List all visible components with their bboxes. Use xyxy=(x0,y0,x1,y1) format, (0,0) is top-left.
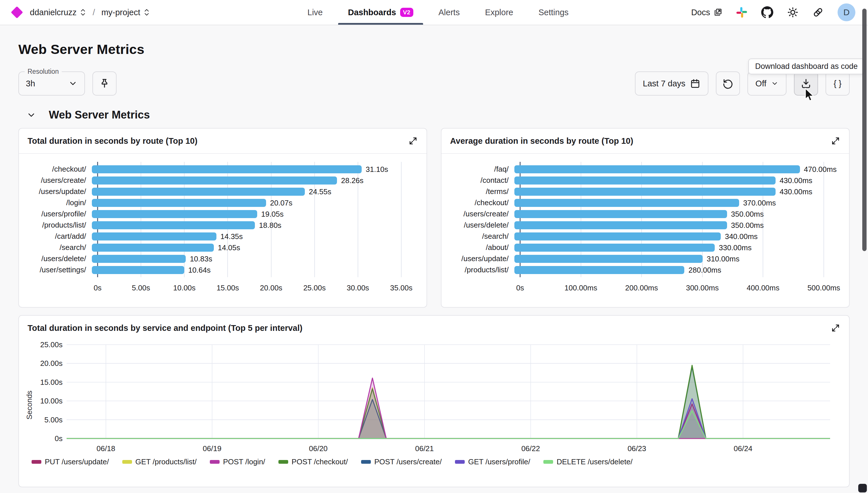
bar[interactable] xyxy=(514,165,800,173)
y-axis-label: Seconds xyxy=(23,343,36,454)
bar-category-label: /products/list/ xyxy=(26,221,92,230)
bar[interactable] xyxy=(514,244,715,252)
bar[interactable] xyxy=(92,210,257,218)
tab-alerts[interactable]: Alerts xyxy=(437,0,462,25)
pin-icon xyxy=(99,78,110,89)
bar-row: /users/create/350.00ms xyxy=(448,208,842,219)
docs-link[interactable]: Docs xyxy=(691,8,722,17)
bar-track: 19.05s xyxy=(92,210,396,218)
refresh-button[interactable] xyxy=(716,71,740,95)
bar-value-label: 19.05s xyxy=(261,210,283,218)
bar-value-label: 14.35s xyxy=(220,232,243,241)
bar-row: /login/20.07s xyxy=(26,197,420,208)
bar-category-label: /users/update/ xyxy=(448,254,514,263)
legend-item[interactable]: GET /users/profile/ xyxy=(455,457,530,466)
legend-item[interactable]: GET /products/list/ xyxy=(122,457,197,466)
legend-item[interactable]: POST /users/create/ xyxy=(361,457,442,466)
bar-category-label: /users/create/ xyxy=(26,176,92,185)
bar-category-label: /users/delete/ xyxy=(448,221,514,230)
bar[interactable] xyxy=(514,232,721,240)
bar-row: /users/update/310.00ms xyxy=(448,253,842,264)
tab-settings[interactable]: Settings xyxy=(537,0,570,25)
area-plot[interactable]: 06/1806/1906/2006/2106/2206/2306/24 xyxy=(67,343,830,454)
x-tick-label: 0s xyxy=(93,283,101,293)
dashboard-json-button[interactable]: { } xyxy=(826,71,850,95)
bar[interactable] xyxy=(92,165,362,173)
y-tick-label: 5.00s xyxy=(44,415,63,424)
primary-tabs: Live Dashboards V2 Alerts Explore Settin… xyxy=(306,0,570,25)
bar-track: 370.00ms xyxy=(514,199,818,207)
bar[interactable] xyxy=(92,188,305,196)
bar-category-label: /search/ xyxy=(448,232,514,241)
bar[interactable] xyxy=(92,176,337,185)
legend-swatch-icon xyxy=(278,460,288,464)
legend-item[interactable]: POST /checkout/ xyxy=(278,457,348,466)
bar-row: /about/330.00ms xyxy=(448,242,842,253)
page-title: Web Server Metrics xyxy=(18,41,850,57)
legend-item[interactable]: PUT /users/update/ xyxy=(31,457,109,466)
pin-dashboard-button[interactable] xyxy=(92,71,117,95)
bar[interactable] xyxy=(514,266,684,274)
org-switcher[interactable]: ddanielcruzz xyxy=(30,8,86,17)
bar[interactable] xyxy=(514,210,727,218)
auto-refresh-select[interactable]: Off xyxy=(747,71,786,95)
bar[interactable] xyxy=(92,232,216,240)
bar[interactable] xyxy=(92,199,266,207)
x-tick-label: 25.00s xyxy=(303,283,326,293)
bar-category-label: /contact/ xyxy=(448,176,514,185)
legend-swatch-icon xyxy=(31,460,41,464)
legend-label: GET /users/profile/ xyxy=(468,457,530,466)
bar[interactable] xyxy=(514,221,727,229)
bar-row: /products/list/280.00ms xyxy=(448,264,842,276)
bar-row: /users/delete/350.00ms xyxy=(448,219,842,231)
tab-live[interactable]: Live xyxy=(306,0,324,25)
bar[interactable] xyxy=(514,188,776,196)
resolution-select[interactable]: Resolution 3h xyxy=(18,71,85,95)
chevron-updown-icon xyxy=(80,8,86,16)
bar-row: /users/update/24.55s xyxy=(26,186,420,197)
slack-icon[interactable] xyxy=(736,6,747,18)
chart-panel-total-duration-by-route: Total duration in seconds by route (Top … xyxy=(18,128,427,308)
section-header[interactable]: Web Server Metrics xyxy=(18,109,850,121)
x-tick-label: 10.00s xyxy=(173,283,195,293)
bar-value-label: 370.00ms xyxy=(743,198,776,207)
user-avatar[interactable]: D xyxy=(838,3,855,21)
link-icon[interactable] xyxy=(812,6,824,18)
expand-icon[interactable] xyxy=(831,136,841,146)
bar-value-label: 10.64s xyxy=(188,265,211,274)
download-dashboard-button[interactable] xyxy=(794,71,818,95)
tab-explore[interactable]: Explore xyxy=(483,0,515,25)
bar-row: /users/profile/19.05s xyxy=(26,208,420,219)
app-logo-icon[interactable] xyxy=(11,6,23,18)
x-axis-ticks: 0s100.00ms200.00ms300.00ms400.00ms500.00… xyxy=(520,276,824,296)
bar-category-label: /login/ xyxy=(26,198,92,207)
tab-dashboards[interactable]: Dashboards V2 xyxy=(346,0,415,25)
dashboard-toolbar: Resolution 3h Last 7 days xyxy=(18,71,850,95)
bar-track: 280.00ms xyxy=(514,266,818,274)
legend-label: POST /checkout/ xyxy=(292,457,348,466)
bar[interactable] xyxy=(92,255,186,263)
legend-item[interactable]: POST /login/ xyxy=(210,457,265,466)
bar[interactable] xyxy=(92,244,214,252)
bar-row: /faq/470.00ms xyxy=(448,164,842,175)
sun-icon[interactable] xyxy=(787,6,799,18)
scrollbar-thumb[interactable] xyxy=(862,8,867,251)
bar[interactable] xyxy=(514,199,739,207)
bar[interactable] xyxy=(514,255,703,263)
project-switcher[interactable]: my-project xyxy=(101,8,150,17)
bar-value-label: 24.55s xyxy=(309,187,331,196)
bar[interactable] xyxy=(92,266,184,274)
bar-category-label: /faq/ xyxy=(448,165,514,174)
bar-track: 18.80s xyxy=(92,221,396,229)
legend-item[interactable]: DELETE /users/delete/ xyxy=(543,457,632,466)
y-tick-label: 25.00s xyxy=(40,340,63,349)
github-icon[interactable] xyxy=(761,6,773,18)
x-tick-label: 200.00ms xyxy=(625,283,658,293)
time-range-button[interactable]: Last 7 days xyxy=(635,71,708,95)
expand-icon[interactable] xyxy=(831,323,841,333)
bar[interactable] xyxy=(92,221,255,229)
bar[interactable] xyxy=(514,176,776,185)
x-tick-label: 06/22 xyxy=(521,444,540,453)
expand-icon[interactable] xyxy=(408,136,418,146)
x-axis-ticks: 0s5.00s10.00s15.00s20.00s25.00s30.00s35.… xyxy=(98,276,401,296)
